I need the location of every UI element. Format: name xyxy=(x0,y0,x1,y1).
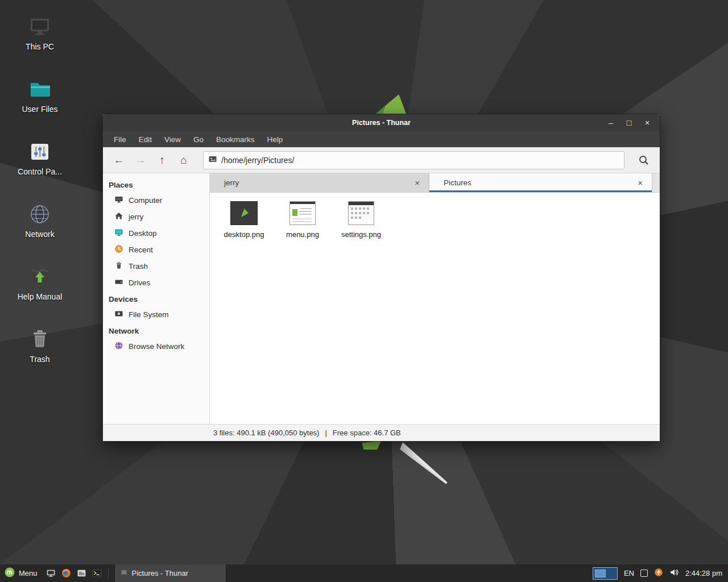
menu-view[interactable]: View xyxy=(158,133,187,146)
tab-pictures[interactable]: Pictures × xyxy=(429,173,652,192)
desktop-icon-label: Control Pa... xyxy=(11,167,68,176)
input-method-icon[interactable] xyxy=(640,569,648,577)
control-panel-icon xyxy=(28,140,52,164)
update-manager-icon[interactable] xyxy=(654,568,663,579)
sidebar-item-trash[interactable]: Trash xyxy=(103,258,209,275)
file-thumbnail xyxy=(275,198,330,228)
sidebar-item-browse-network[interactable]: Browse Network xyxy=(103,338,209,355)
sidebar-heading-places: Places xyxy=(103,177,209,192)
taskbar-window-button[interactable]: Pictures - Thunar xyxy=(114,564,226,582)
back-icon[interactable]: ← xyxy=(109,151,129,170)
sidebar-item-label: Recent xyxy=(129,246,153,254)
desktop-icon-label: Trash xyxy=(11,355,68,364)
file-manager-icon[interactable] xyxy=(74,564,89,582)
sidebar-item-desktop[interactable]: Desktop xyxy=(103,225,209,242)
desktop-icon-trash[interactable]: Trash xyxy=(11,327,68,364)
toolbar: ← → ↑ ⌂ xyxy=(103,147,660,173)
sidebar-item-label: Browse Network xyxy=(129,342,184,351)
file-settings-png[interactable]: settings.png xyxy=(334,198,388,239)
sidebar-item-label: Computer xyxy=(129,196,162,205)
workspace-pager[interactable] xyxy=(593,567,618,580)
network-globe-icon xyxy=(114,341,123,352)
desktop-icon-this-pc[interactable]: This PC xyxy=(11,15,68,51)
desktop-icon-control-panel[interactable]: Control Pa... xyxy=(11,140,68,176)
tab-jerry[interactable]: jerry × xyxy=(210,173,429,192)
titlebar[interactable]: Pictures - Thunar – □ × xyxy=(103,114,660,131)
maximize-icon[interactable]: □ xyxy=(620,114,638,131)
home-icon xyxy=(114,211,123,222)
folder-icon xyxy=(28,77,52,101)
terminal-icon[interactable] xyxy=(89,564,105,582)
clock[interactable]: 2:44:28 pm xyxy=(685,569,722,577)
start-menu-button[interactable]: Menu xyxy=(0,564,43,582)
sidebar-item-drives[interactable]: Drives xyxy=(103,275,209,291)
search-icon[interactable] xyxy=(634,151,654,170)
taskbar-separator xyxy=(108,568,112,579)
sidebar-heading-devices: Devices xyxy=(103,291,209,306)
pager-active-window xyxy=(595,569,606,577)
tab-close-icon[interactable]: × xyxy=(412,178,422,188)
main-pane: jerry × Pictures × desktop.png xyxy=(210,173,660,424)
desktop-icon-label: Help Manual xyxy=(11,292,68,301)
computer-icon xyxy=(28,15,52,39)
desktop-icon-network[interactable]: Network xyxy=(11,202,68,239)
sidebar: Places Computer jerry Desktop Recent Tra… xyxy=(103,173,210,424)
menu-go[interactable]: Go xyxy=(187,133,210,146)
sidebar-item-label: Drives xyxy=(129,278,150,287)
volume-icon[interactable] xyxy=(669,568,679,579)
desktop-icon-user-files[interactable]: User Files xyxy=(11,77,68,114)
taskbar: Menu Pictures - Thunar EN 2:44:28 pm xyxy=(0,564,728,582)
forward-icon[interactable]: → xyxy=(130,151,151,170)
status-separator: | xyxy=(325,429,326,437)
menu-edit[interactable]: Edit xyxy=(133,133,158,146)
mint-logo-icon xyxy=(5,567,15,579)
window-title: Pictures - Thunar xyxy=(103,114,660,131)
status-files-text: 3 files: 490.1 kB (490,050 bytes) xyxy=(213,429,319,437)
drive-icon xyxy=(114,277,123,288)
trash-icon xyxy=(114,261,123,272)
minimize-icon[interactable]: – xyxy=(602,114,620,131)
up-icon[interactable]: ↑ xyxy=(152,151,172,170)
file-menu-png[interactable]: menu.png xyxy=(275,198,330,239)
filesystem-icon xyxy=(114,309,123,320)
path-input[interactable] xyxy=(221,156,619,165)
file-name: desktop.png xyxy=(217,230,271,239)
desktop-icon-help-manual[interactable]: Help Manual xyxy=(11,265,68,301)
desktop-icon-label: This PC xyxy=(11,42,68,51)
keyboard-layout-indicator[interactable]: EN xyxy=(624,569,634,577)
menu-file[interactable]: File xyxy=(107,133,133,146)
network-globe-icon xyxy=(28,202,52,226)
path-bar[interactable] xyxy=(203,151,624,169)
status-free-space: Free space: 46.7 GB xyxy=(333,429,401,437)
file-thumbnail xyxy=(217,198,271,228)
sidebar-item-label: jerry xyxy=(129,213,143,221)
taskbar-window-label: Pictures - Thunar xyxy=(132,569,188,577)
firefox-icon[interactable] xyxy=(59,564,74,582)
tab-label: jerry xyxy=(224,178,412,187)
menu-help[interactable]: Help xyxy=(261,133,289,146)
tab-close-icon[interactable]: × xyxy=(635,178,645,188)
computer-icon xyxy=(114,195,123,206)
menu-bookmarks[interactable]: Bookmarks xyxy=(210,133,261,146)
sidebar-item-home[interactable]: jerry xyxy=(103,209,209,225)
file-desktop-png[interactable]: desktop.png xyxy=(217,198,271,239)
menubar: File Edit View Go Bookmarks Help xyxy=(103,131,660,147)
sidebar-heading-network: Network xyxy=(103,323,209,338)
tab-label: Pictures xyxy=(444,178,635,187)
start-menu-label: Menu xyxy=(19,569,38,577)
thunar-window: Pictures - Thunar – □ × File Edit View G… xyxy=(102,114,660,442)
show-desktop-icon[interactable] xyxy=(43,564,59,582)
home-icon[interactable]: ⌂ xyxy=(173,151,194,170)
status-bar: 3 files: 490.1 kB (490,050 bytes) | Free… xyxy=(103,424,660,441)
file-thumbnail xyxy=(334,198,388,228)
desktop-icon-label: Network xyxy=(11,230,68,239)
file-name: menu.png xyxy=(275,230,330,239)
desktop-icon xyxy=(114,228,123,239)
close-icon[interactable]: × xyxy=(638,114,656,131)
file-view[interactable]: desktop.png menu.png settings.png xyxy=(210,193,660,424)
sidebar-item-file-system[interactable]: File System xyxy=(103,306,209,323)
sidebar-item-computer[interactable]: Computer xyxy=(103,192,209,209)
clock-icon xyxy=(114,244,123,255)
picture-icon xyxy=(208,155,217,166)
sidebar-item-recent[interactable]: Recent xyxy=(103,242,209,258)
